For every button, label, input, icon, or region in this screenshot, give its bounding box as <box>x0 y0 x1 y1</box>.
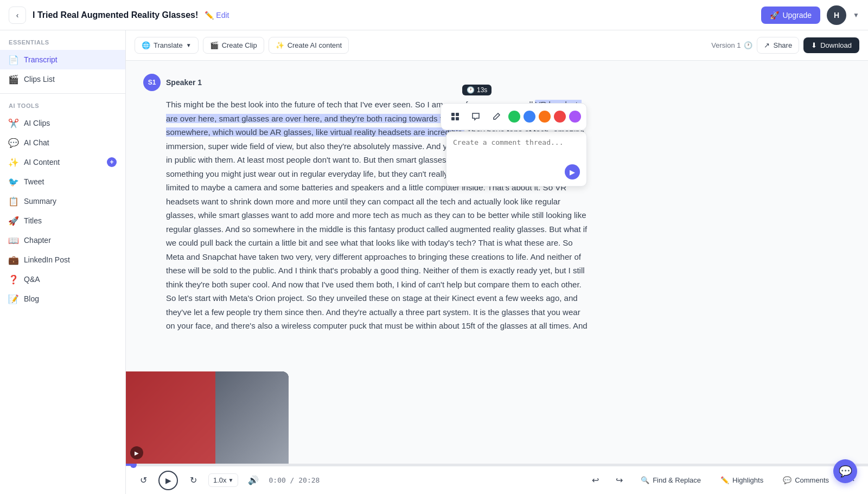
comment-input[interactable] <box>453 138 580 160</box>
chat-badge-button[interactable]: 💬 <box>833 459 857 483</box>
avatar: S1 <box>143 74 161 91</box>
comment-send-button[interactable]: ▶ <box>565 164 580 179</box>
edit-button[interactable]: ✏️ Edit <box>205 11 229 20</box>
edit-icon: ✏️ <box>205 11 214 20</box>
sidebar-item-label: Blog <box>24 294 39 303</box>
color-red[interactable] <box>554 111 566 123</box>
grid-tool-button[interactable] <box>446 108 464 125</box>
transcript-icon: 📄 <box>9 55 18 65</box>
version-info: Version 1 🕐 <box>711 41 752 49</box>
color-purple[interactable] <box>569 111 581 123</box>
speed-button[interactable]: 1.0x ▼ <box>208 473 238 487</box>
sidebar-item-label: AI Content <box>24 158 60 166</box>
chat-icon: 💬 <box>9 138 18 147</box>
sidebar-item-label: AI Chat <box>24 138 49 147</box>
linkedin-icon: 💼 <box>9 255 18 265</box>
speaker-name: Speaker 1 <box>166 78 202 87</box>
sidebar-item-label: Chapter <box>24 236 51 245</box>
comment-tool-button[interactable] <box>467 108 484 125</box>
sidebar-item-label: LinkedIn Post <box>24 255 70 264</box>
download-button[interactable]: ⬇ Download <box>803 37 859 53</box>
highlight-icon: ✏️ <box>720 476 729 484</box>
back-button[interactable]: ‹ <box>9 7 26 24</box>
sidebar-item-label: Q&A <box>24 275 40 284</box>
essentials-label: Essentials <box>0 39 125 50</box>
rocket-icon: 🚀 <box>770 11 779 20</box>
sidebar-item-qa[interactable]: ❓ Q&A <box>0 270 125 289</box>
sidebar-item-ai-clips[interactable]: ✂️ AI Clips <box>0 113 125 133</box>
video-play-overlay: ▶ <box>130 446 143 459</box>
ai-icon: ✨ <box>276 41 284 49</box>
clock-icon: 🕐 <box>744 41 752 49</box>
pen-tool-button[interactable] <box>488 108 505 125</box>
speaker-header: S1 Speaker 1 <box>143 74 851 91</box>
sidebar-item-label: Summary <box>24 197 56 206</box>
sparkle-icon: ✨ <box>9 157 18 167</box>
video-inner <box>126 371 289 464</box>
volume-button[interactable]: 🔊 <box>245 472 262 489</box>
book-icon: 📖 <box>9 235 18 245</box>
ai-tools-label: AI Tools <box>0 98 125 113</box>
sidebar-item-ai-content[interactable]: ✨ AI Content + <box>0 152 125 172</box>
share-button[interactable]: ↗ Share <box>757 37 799 54</box>
chevron-down-icon: ▼ <box>853 11 859 19</box>
clips-icon: 🎬 <box>9 74 18 84</box>
find-replace-button[interactable]: 🔍 Find & Replace <box>634 473 707 487</box>
sidebar: Essentials 📄 Transcript 🎬 Clips List AI … <box>0 30 126 494</box>
transcript-container: 🕐 13s <box>126 61 868 494</box>
translate-button[interactable]: 🌐 Translate ▼ <box>135 37 199 54</box>
undo-button[interactable]: ↩ <box>586 472 604 489</box>
upgrade-button[interactable]: 🚀 Upgrade <box>761 7 820 24</box>
chevron-down-icon: ▼ <box>186 42 192 48</box>
top-bar: ‹ I Tried Real Augmented Reality Glasses… <box>0 0 868 30</box>
create-ai-content-button[interactable]: ✨ Create AI content <box>269 37 349 54</box>
twitter-icon: 🐦 <box>9 177 18 187</box>
progress-bar[interactable] <box>126 464 868 466</box>
titles-icon: 🚀 <box>9 216 18 226</box>
sidebar-item-transcript[interactable]: 📄 Transcript <box>0 50 125 69</box>
sidebar-item-linkedin[interactable]: 💼 LinkedIn Post <box>0 250 125 270</box>
sidebar-item-clips-list[interactable]: 🎬 Clips List <box>0 69 125 89</box>
sidebar-item-label: Transcript <box>24 55 58 64</box>
sidebar-item-label: Tweet <box>24 177 44 186</box>
sidebar-item-ai-chat[interactable]: 💬 AI Chat <box>0 133 125 152</box>
scissors-icon: ✂️ <box>9 118 18 128</box>
sidebar-item-label: Clips List <box>24 75 55 84</box>
toolbar: 🌐 Translate ▼ 🎬 Create Clip ✨ Create AI … <box>126 30 868 61</box>
time-display: 0:00 / 20:28 <box>269 476 320 484</box>
forward-button[interactable]: ↻ <box>184 472 202 489</box>
share-icon: ↗ <box>764 41 770 49</box>
sidebar-item-label: AI Clips <box>24 119 50 127</box>
page-title: I Tried Real Augmented Reality Glasses! <box>33 10 198 20</box>
blog-icon: 📝 <box>9 294 18 304</box>
comments-button[interactable]: 💬 Comments <box>776 473 835 487</box>
color-green[interactable] <box>508 111 520 123</box>
sidebar-item-titles[interactable]: 🚀 Titles <box>0 211 125 230</box>
sidebar-item-chapter[interactable]: 📖 Chapter <box>0 230 125 250</box>
main-layout: Essentials 📄 Transcript 🎬 Clips List AI … <box>0 30 868 494</box>
comment-icon: 💬 <box>783 476 792 484</box>
video-preview: ▶ <box>126 371 289 464</box>
qa-icon: ❓ <box>9 274 18 284</box>
clock-icon: 🕐 <box>467 86 475 94</box>
svg-rect-3 <box>456 117 459 120</box>
clipboard-icon: 📋 <box>9 196 18 206</box>
svg-rect-1 <box>456 113 459 116</box>
color-orange[interactable] <box>539 111 551 123</box>
sidebar-item-summary[interactable]: 📋 Summary <box>0 191 125 211</box>
download-icon: ⬇ <box>811 41 817 49</box>
create-clip-button[interactable]: 🎬 Create Clip <box>203 37 264 54</box>
sidebar-item-tweet[interactable]: 🐦 Tweet <box>0 172 125 191</box>
content-area: 🌐 Translate ▼ 🎬 Create Clip ✨ Create AI … <box>126 30 868 494</box>
play-button[interactable]: ▶ <box>158 471 178 490</box>
avatar-button[interactable]: H <box>827 5 846 25</box>
color-blue[interactable] <box>524 111 535 123</box>
translate-icon: 🌐 <box>142 41 150 49</box>
highlights-button[interactable]: ✏️ Highlights <box>714 473 770 487</box>
timer-badge: 🕐 13s <box>462 85 492 95</box>
rewind-button[interactable]: ↺ <box>135 472 152 489</box>
redo-button[interactable]: ↪ <box>610 472 628 489</box>
clip-icon: 🎬 <box>210 41 219 49</box>
sidebar-item-blog[interactable]: 📝 Blog <box>0 289 125 309</box>
add-icon: + <box>107 157 117 167</box>
